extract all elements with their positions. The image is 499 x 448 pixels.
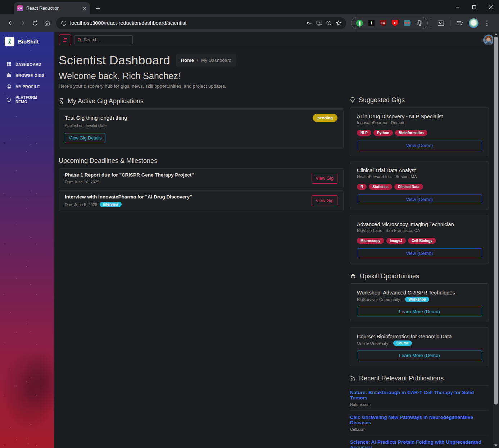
gig-tags: RStatisticsClinical Data — [357, 184, 482, 190]
section-title: Upskill Opportunities — [360, 273, 419, 280]
application-date: Applied on: Invalid Date — [65, 123, 337, 128]
bookmark-star-icon[interactable] — [336, 20, 342, 26]
view-demo-button[interactable]: View (Demo) — [357, 141, 482, 150]
user-avatar[interactable] — [483, 35, 494, 45]
sidebar-item-icon — [6, 84, 12, 89]
learn-more-button[interactable]: Learn More (Demo) — [357, 307, 482, 316]
gig-tag: Cell Biology — [408, 238, 436, 244]
site-info-icon[interactable] — [61, 20, 67, 26]
browser-toolbar: localhost:3000/react-reduction/dashboard… — [0, 14, 499, 32]
section-publications: Recent Relevant Publications — [350, 375, 489, 386]
publications-list: Nature: Breakthrough in CAR-T Cell Thera… — [350, 386, 489, 448]
gig-name: Advanced Microscopy Imaging Technician — [357, 221, 482, 227]
sidebar-item-label: PLATFORM DEMO — [15, 95, 50, 104]
gig-name: Clinical Trial Data Analyst — [357, 168, 482, 173]
window-minimize-icon[interactable] — [449, 0, 466, 14]
gig-tag: R — [357, 184, 367, 190]
breadcrumb-current: My Dashboard — [201, 58, 232, 63]
save-to-device-icon[interactable] — [316, 20, 322, 26]
page-scrollbar[interactable] — [493, 32, 499, 448]
scrollbar-thumb[interactable] — [494, 37, 498, 404]
extension-info-icon[interactable]: i — [368, 20, 375, 26]
gig-tag: NLP — [357, 130, 371, 136]
browser-menu-icon[interactable] — [484, 20, 490, 26]
window-close-icon[interactable] — [482, 0, 499, 14]
deadline-name: Phase 1 Report due for "CRISPR Gene Ther… — [65, 172, 194, 178]
app-header — [54, 32, 499, 48]
sidebar-item-label: DASHBOARD — [15, 62, 41, 67]
view-demo-button[interactable]: View (Demo) — [357, 248, 482, 258]
brand[interactable]: BioShift — [0, 32, 54, 50]
scrollbar-up-icon[interactable] — [493, 32, 499, 37]
password-key-icon[interactable] — [307, 20, 313, 26]
menu-toggle-button[interactable] — [59, 34, 71, 45]
upskill-list: Workshop: Advanced CRISPR Techniques Bio… — [350, 283, 489, 366]
sidebar-item[interactable]: MY PROFILE — [0, 81, 54, 92]
learn-more-button[interactable]: Learn More (Demo) — [357, 351, 482, 360]
toolbar-divider — [431, 19, 431, 27]
new-tab-button[interactable] — [96, 6, 100, 11]
sidebar-item-icon — [6, 97, 12, 102]
scrollbar-down-icon[interactable] — [493, 443, 499, 448]
deadline-row: Phase 1 Report due for "CRISPR Gene Ther… — [59, 168, 344, 188]
rss-icon — [350, 376, 355, 381]
publication-source: Cell.com — [350, 427, 489, 431]
extensions-puzzle-icon[interactable] — [416, 20, 423, 27]
search-box[interactable] — [74, 35, 133, 44]
section-title: Upcoming Deadlines & Milestones — [59, 157, 157, 165]
bioshift-flask-icon — [5, 37, 14, 46]
publication-item: Science: AI Predicts Protein Folding wit… — [350, 435, 489, 448]
status-badge: pending — [313, 114, 337, 122]
publication-link[interactable]: Science: AI Predicts Protein Folding wit… — [350, 439, 489, 448]
sidebar-item-icon — [6, 73, 12, 78]
forward-icon[interactable] — [17, 17, 29, 29]
extension-pocket-icon[interactable]: ❚ — [356, 20, 363, 27]
home-icon[interactable] — [41, 17, 53, 29]
sidebar-item[interactable]: DASHBOARD — [0, 59, 54, 70]
view-gig-details-button[interactable]: View Gig Details — [65, 133, 105, 143]
welcome-heading: Welcome back, Rich Sanchez! — [59, 71, 344, 81]
view-gig-button[interactable]: View Gig — [312, 195, 337, 206]
window-maximize-icon[interactable] — [466, 0, 482, 14]
tab-title: React Reduction — [26, 6, 80, 11]
gig-tag: Statistics — [369, 184, 392, 190]
gig-tag: Python — [373, 130, 393, 136]
section-title: My Active Gig Applications — [68, 97, 144, 105]
gig-name: AI in Drug Discovery - NLP Specialist — [357, 114, 482, 119]
gig-card: Clinical Trial Data Analyst HealthForwar… — [350, 161, 489, 210]
view-demo-button[interactable]: View (Demo) — [357, 195, 482, 204]
gig-tag: ImageJ — [386, 238, 406, 244]
extension-ublock-icon[interactable]: U0 — [380, 20, 386, 27]
gig-card: Advanced Microscopy Imaging Technician B… — [350, 215, 489, 264]
upskill-card: Course: Bioinformatics for Genomic Data … — [350, 327, 489, 366]
browser-tabstrip: CR React Reduction — [0, 0, 499, 14]
gig-org: HealthForward Inc. - Boston, MA — [357, 174, 482, 179]
sidebar: BioShift DASHBOARD BROWSE GIGS MY PROFIL… — [0, 32, 54, 448]
url-text: localhost:3000/react-reduction/dashboard… — [70, 20, 303, 26]
extension-play-icon[interactable] — [392, 20, 398, 27]
breadcrumb-home-link[interactable]: Home — [181, 58, 194, 63]
extension-robot-icon[interactable] — [404, 20, 410, 26]
publication-item: Nature: Breakthrough in CAR-T Cell Thera… — [350, 386, 489, 411]
gig-tags: MicroscopyImageJCell Biology — [357, 238, 482, 244]
publication-link[interactable]: Nature: Breakthrough in CAR-T Cell Thera… — [350, 390, 489, 401]
sidebar-item[interactable]: PLATFORM DEMO — [0, 92, 54, 107]
view-gig-button[interactable]: View Gig — [312, 173, 337, 184]
browser-profile-avatar[interactable] — [469, 18, 478, 28]
reload-icon[interactable] — [29, 17, 41, 29]
zoom-out-icon[interactable] — [326, 20, 332, 26]
search-input[interactable] — [84, 37, 130, 42]
side-panel-search-icon[interactable] — [435, 17, 447, 29]
welcome-subtitle: Here's your discovery hub for gigs, news… — [59, 83, 344, 89]
deadline-name: Interview with InnovatePharma for "AI Dr… — [65, 194, 192, 200]
url-bar[interactable]: localhost:3000/react-reduction/dashboard… — [56, 17, 346, 29]
tab-close-icon[interactable] — [83, 6, 86, 10]
section-title: Suggested Gigs — [359, 96, 405, 104]
back-icon[interactable] — [4, 17, 17, 29]
publication-link[interactable]: Cell: Unraveling New Pathways in Neurode… — [350, 415, 489, 425]
sidebar-item[interactable]: BROWSE GIGS — [0, 70, 54, 81]
gig-org: BioVisio Labs - San Francisco, CA — [357, 228, 482, 233]
browser-tab[interactable]: CR React Reduction — [14, 2, 90, 14]
publication-item: Cell: Unraveling New Pathways in Neurode… — [350, 411, 489, 435]
playlist-icon[interactable] — [454, 17, 466, 29]
